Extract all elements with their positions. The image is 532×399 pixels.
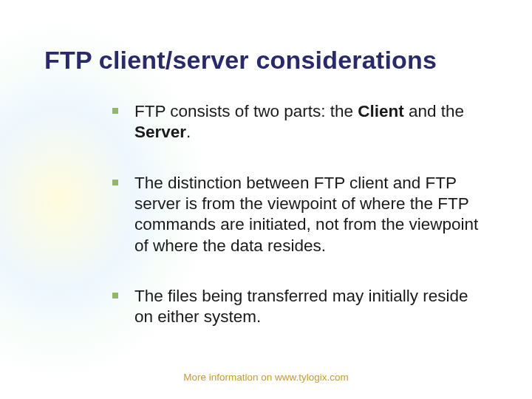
text-fragment: . <box>186 123 191 141</box>
list-item: FTP consists of two parts: the Client an… <box>112 101 482 143</box>
bullet-icon <box>112 180 118 185</box>
bold-text: Server <box>134 123 186 141</box>
bullet-icon <box>112 108 118 114</box>
slide: FTP client/server considerations FTP con… <box>0 0 532 399</box>
list-item: The distinction between FTP client and F… <box>112 173 482 256</box>
text-fragment: FTP consists of two parts: the <box>134 102 358 120</box>
bold-text: Client <box>358 102 404 120</box>
slide-title: FTP client/server considerations <box>44 46 497 75</box>
bullet-text: The distinction between FTP client and F… <box>134 173 482 256</box>
bullet-list: FTP consists of two parts: the Client an… <box>112 101 482 328</box>
list-item: The files being transferred may initiall… <box>112 286 482 328</box>
bullet-text: FTP consists of two parts: the Client an… <box>134 101 482 143</box>
bullet-text: The files being transferred may initiall… <box>134 286 482 328</box>
text-fragment: and the <box>404 102 464 120</box>
bullet-icon <box>112 293 118 299</box>
